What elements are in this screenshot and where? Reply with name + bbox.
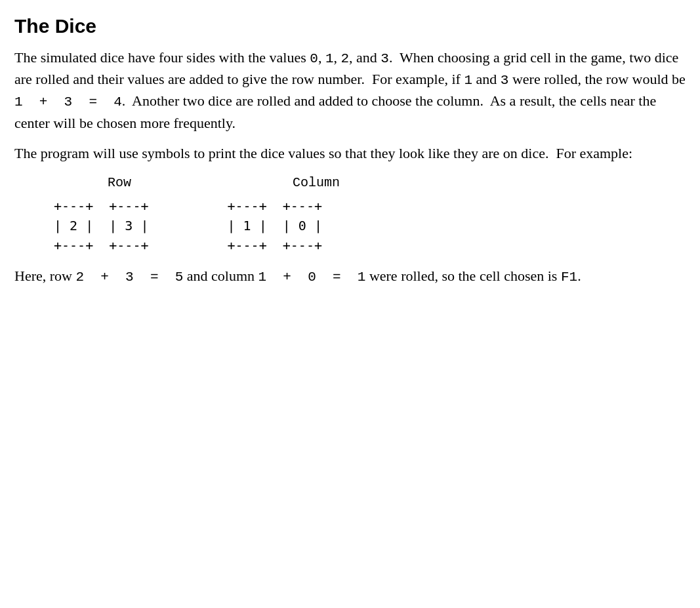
col-label: Column xyxy=(185,173,395,192)
row-sum-expression: 2 + 3 = 5 xyxy=(75,270,183,285)
value-0: 0 xyxy=(310,51,318,66)
dice-col-faces: +---+ +---+ | 1 | | 0 | +---+ +---+ xyxy=(228,196,323,255)
cell-reference: F1 xyxy=(561,270,577,285)
col-sum-expression: 1 + 0 = 1 xyxy=(258,270,366,285)
value-1: 1 xyxy=(325,51,334,66)
row-label: Row xyxy=(14,173,185,192)
dice-faces: +---+ +---+ | 2 | | 3 | +---+ +---+ +---… xyxy=(14,196,686,255)
row-equation: 1 + 3 = 4 xyxy=(14,94,122,110)
page-title: The Dice xyxy=(14,12,686,41)
paragraph-3: Here, row 2 + 3 = 5 and column 1 + 0 = 1… xyxy=(14,266,686,287)
dice-labels: Row Column xyxy=(14,173,686,192)
value-3: 3 xyxy=(381,51,389,66)
dice-example: Row Column +---+ +---+ | 2 | | 3 | +---+… xyxy=(14,173,686,255)
value-2: 2 xyxy=(340,51,349,66)
dice-row-faces: +---+ +---+ | 2 | | 3 | +---+ +---+ xyxy=(54,196,149,255)
paragraph-2: The program will use symbols to print th… xyxy=(14,143,686,164)
paragraph-1: The simulated dice have four sides with … xyxy=(14,47,686,134)
example-3: 3 xyxy=(501,73,509,88)
example-1: 1 xyxy=(464,73,472,88)
